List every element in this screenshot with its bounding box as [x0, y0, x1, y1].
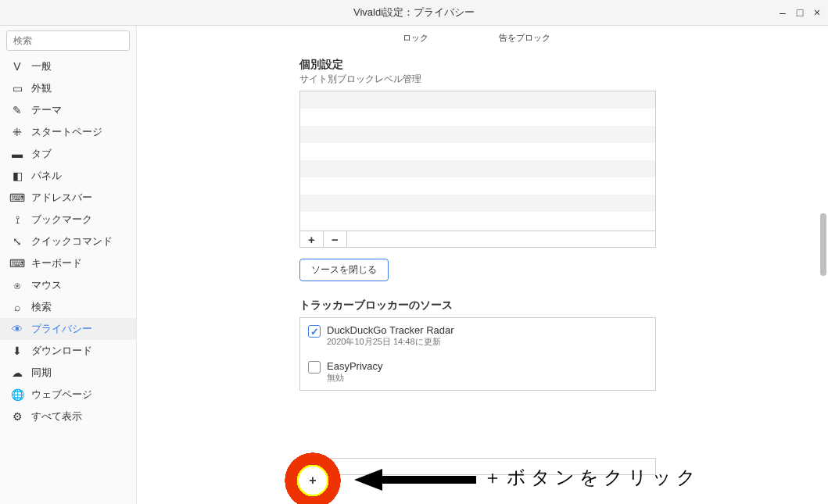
tracker-sources-list: DuckDuckGo Tracker Radar 2020年10月25日 14:…: [299, 317, 656, 391]
sidebar-item-privacy[interactable]: 👁プライバシー: [0, 318, 136, 340]
folder-icon: ▭: [11, 82, 23, 95]
close-sources-button[interactable]: ソースを閉じる: [299, 259, 389, 281]
remove-site-button[interactable]: −: [324, 231, 347, 247]
sidebar-item-theme[interactable]: ✎テーマ: [0, 99, 136, 121]
scrollbar-thumb[interactable]: [820, 213, 826, 276]
sidebar-item-keyboard[interactable]: ⌨キーボード: [0, 252, 136, 274]
sidebar-item-panel[interactable]: ◧パネル: [0, 165, 136, 187]
individual-settings-subtitle: サイト別ブロックレベル管理: [299, 73, 656, 86]
close-button[interactable]: ×: [809, 5, 825, 20]
source-meta: 無効: [327, 372, 383, 384]
window-controls: – □ ×: [775, 5, 825, 20]
sidebar-item-mouse[interactable]: ⍟マウス: [0, 274, 136, 296]
add-site-button[interactable]: +: [300, 231, 324, 247]
minimize-button[interactable]: –: [775, 5, 790, 20]
mouse-icon: ⍟: [11, 279, 23, 291]
checkbox-easyprivacy[interactable]: [308, 361, 321, 374]
site-list-controls: + −: [299, 231, 656, 248]
tracker-sources-title: トラッカーブロッカーのソース: [299, 298, 656, 313]
sidebar-item-startpage[interactable]: ⁜スタートページ: [0, 121, 136, 143]
source-meta: 2020年10月25日 14:48に更新: [327, 336, 454, 348]
quick-icon: ⤡: [11, 235, 23, 248]
sidebar-item-quickcommand[interactable]: ⤡クイックコマンド: [0, 231, 136, 252]
addressbar-icon: ⌨: [11, 191, 23, 204]
tab-icon: ▬: [11, 148, 23, 160]
cloud-icon: ☁: [11, 366, 23, 379]
sidebar-item-tabs[interactable]: ▬タブ: [0, 143, 136, 165]
globe-icon: 🌐: [11, 388, 23, 401]
sidebar-item-appearance[interactable]: ▭外観: [0, 77, 136, 99]
window-title: Vivaldi設定：プライバシー: [353, 5, 475, 20]
search-icon: ⌕: [11, 301, 23, 313]
tracker-source-item[interactable]: DuckDuckGo Tracker Radar 2020年10月25日 14:…: [300, 318, 655, 354]
download-icon: ⬇: [11, 345, 23, 357]
brush-icon: ✎: [11, 104, 23, 116]
sidebar: V一般 ▭外観 ✎テーマ ⁜スタートページ ▬タブ ◧パネル ⌨アドレスバー ⟟…: [0, 26, 137, 504]
gear-icon: ⚙: [11, 410, 23, 423]
sidebar-item-search[interactable]: ⌕検索: [0, 296, 136, 318]
tracker-source-item[interactable]: EasyPrivacy 無効: [300, 354, 655, 390]
main-content: ロック 告をブロック 個別設定 サイト別ブロックレベル管理 + − ソースを閉じ…: [137, 26, 828, 504]
search-input[interactable]: [6, 30, 130, 51]
eye-icon: 👁: [11, 323, 23, 335]
sidebar-item-bookmarks[interactable]: ⟟ブックマーク: [0, 209, 136, 231]
sidebar-item-showall[interactable]: ⚙すべて表示: [0, 406, 136, 427]
bookmark-icon: ⟟: [11, 213, 23, 226]
sidebar-item-webpage[interactable]: 🌐ウェブページ: [0, 384, 136, 406]
titlebar: Vivaldi設定：プライバシー – □ ×: [0, 0, 828, 26]
sidebar-item-sync[interactable]: ☁同期: [0, 362, 136, 384]
sidebar-item-addressbar[interactable]: ⌨アドレスバー: [0, 187, 136, 209]
source-name: EasyPrivacy: [327, 360, 383, 372]
panel-icon: ◧: [11, 170, 23, 182]
sidebar-item-general[interactable]: V一般: [0, 55, 136, 77]
tracker-list-controls: +: [299, 458, 656, 475]
keyboard-icon: ⌨: [11, 257, 23, 270]
checkbox-duckduckgo[interactable]: [308, 325, 321, 338]
vivaldi-icon: V: [11, 60, 23, 73]
site-block-list[interactable]: [299, 91, 656, 231]
add-tracker-source-button[interactable]: +: [300, 459, 324, 474]
source-name: DuckDuckGo Tracker Radar: [327, 324, 454, 336]
scrollbar[interactable]: [820, 26, 826, 504]
sidebar-item-download[interactable]: ⬇ダウンロード: [0, 340, 136, 362]
individual-settings-title: 個別設定: [299, 58, 656, 72]
maximize-button[interactable]: □: [792, 5, 808, 20]
partial-labels: ロック 告をブロック: [137, 26, 828, 44]
grid-icon: ⁜: [11, 126, 23, 138]
